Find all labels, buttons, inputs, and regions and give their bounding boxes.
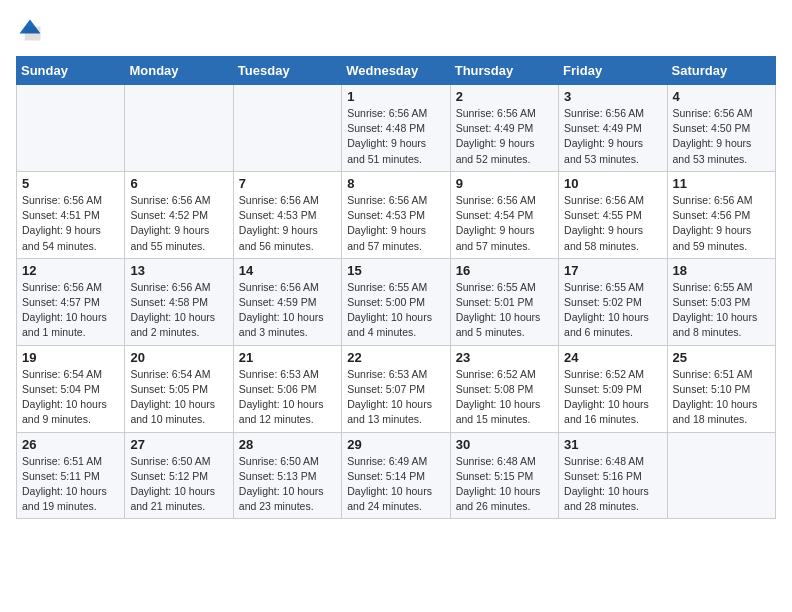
day-number: 20 — [130, 350, 227, 365]
calendar-cell: 15Sunrise: 6:55 AM Sunset: 5:00 PM Dayli… — [342, 258, 450, 345]
calendar-week-row: 19Sunrise: 6:54 AM Sunset: 5:04 PM Dayli… — [17, 345, 776, 432]
day-number: 15 — [347, 263, 444, 278]
day-number: 3 — [564, 89, 661, 104]
calendar-cell: 6Sunrise: 6:56 AM Sunset: 4:52 PM Daylig… — [125, 171, 233, 258]
calendar-cell: 17Sunrise: 6:55 AM Sunset: 5:02 PM Dayli… — [559, 258, 667, 345]
calendar-cell: 16Sunrise: 6:55 AM Sunset: 5:01 PM Dayli… — [450, 258, 558, 345]
day-number: 11 — [673, 176, 770, 191]
day-number: 27 — [130, 437, 227, 452]
calendar-cell: 29Sunrise: 6:49 AM Sunset: 5:14 PM Dayli… — [342, 432, 450, 519]
day-info: Sunrise: 6:50 AM Sunset: 5:12 PM Dayligh… — [130, 454, 227, 515]
calendar-cell: 4Sunrise: 6:56 AM Sunset: 4:50 PM Daylig… — [667, 85, 775, 172]
day-info: Sunrise: 6:52 AM Sunset: 5:09 PM Dayligh… — [564, 367, 661, 428]
calendar-week-row: 1Sunrise: 6:56 AM Sunset: 4:48 PM Daylig… — [17, 85, 776, 172]
calendar-cell: 3Sunrise: 6:56 AM Sunset: 4:49 PM Daylig… — [559, 85, 667, 172]
day-info: Sunrise: 6:56 AM Sunset: 4:52 PM Dayligh… — [130, 193, 227, 254]
calendar-cell: 12Sunrise: 6:56 AM Sunset: 4:57 PM Dayli… — [17, 258, 125, 345]
day-number: 10 — [564, 176, 661, 191]
weekday-header-wednesday: Wednesday — [342, 57, 450, 85]
day-info: Sunrise: 6:49 AM Sunset: 5:14 PM Dayligh… — [347, 454, 444, 515]
calendar-week-row: 26Sunrise: 6:51 AM Sunset: 5:11 PM Dayli… — [17, 432, 776, 519]
day-info: Sunrise: 6:48 AM Sunset: 5:15 PM Dayligh… — [456, 454, 553, 515]
day-info: Sunrise: 6:56 AM Sunset: 4:50 PM Dayligh… — [673, 106, 770, 167]
calendar-cell: 14Sunrise: 6:56 AM Sunset: 4:59 PM Dayli… — [233, 258, 341, 345]
calendar-cell: 26Sunrise: 6:51 AM Sunset: 5:11 PM Dayli… — [17, 432, 125, 519]
weekday-header-sunday: Sunday — [17, 57, 125, 85]
calendar-cell — [17, 85, 125, 172]
page-header — [16, 16, 776, 44]
calendar-cell: 31Sunrise: 6:48 AM Sunset: 5:16 PM Dayli… — [559, 432, 667, 519]
day-info: Sunrise: 6:56 AM Sunset: 4:48 PM Dayligh… — [347, 106, 444, 167]
day-info: Sunrise: 6:52 AM Sunset: 5:08 PM Dayligh… — [456, 367, 553, 428]
day-info: Sunrise: 6:48 AM Sunset: 5:16 PM Dayligh… — [564, 454, 661, 515]
calendar-cell: 30Sunrise: 6:48 AM Sunset: 5:15 PM Dayli… — [450, 432, 558, 519]
calendar-cell: 5Sunrise: 6:56 AM Sunset: 4:51 PM Daylig… — [17, 171, 125, 258]
calendar-cell: 7Sunrise: 6:56 AM Sunset: 4:53 PM Daylig… — [233, 171, 341, 258]
calendar-cell: 11Sunrise: 6:56 AM Sunset: 4:56 PM Dayli… — [667, 171, 775, 258]
calendar-cell — [667, 432, 775, 519]
day-number: 16 — [456, 263, 553, 278]
day-number: 6 — [130, 176, 227, 191]
day-number: 5 — [22, 176, 119, 191]
weekday-header-monday: Monday — [125, 57, 233, 85]
calendar-cell: 22Sunrise: 6:53 AM Sunset: 5:07 PM Dayli… — [342, 345, 450, 432]
day-info: Sunrise: 6:56 AM Sunset: 4:55 PM Dayligh… — [564, 193, 661, 254]
day-number: 13 — [130, 263, 227, 278]
logo — [16, 16, 48, 44]
day-number: 23 — [456, 350, 553, 365]
calendar-table: SundayMondayTuesdayWednesdayThursdayFrid… — [16, 56, 776, 519]
day-number: 8 — [347, 176, 444, 191]
calendar-cell: 10Sunrise: 6:56 AM Sunset: 4:55 PM Dayli… — [559, 171, 667, 258]
day-info: Sunrise: 6:56 AM Sunset: 4:59 PM Dayligh… — [239, 280, 336, 341]
day-number: 7 — [239, 176, 336, 191]
calendar-cell: 27Sunrise: 6:50 AM Sunset: 5:12 PM Dayli… — [125, 432, 233, 519]
day-info: Sunrise: 6:56 AM Sunset: 4:53 PM Dayligh… — [239, 193, 336, 254]
day-number: 25 — [673, 350, 770, 365]
calendar-cell: 20Sunrise: 6:54 AM Sunset: 5:05 PM Dayli… — [125, 345, 233, 432]
calendar-cell: 24Sunrise: 6:52 AM Sunset: 5:09 PM Dayli… — [559, 345, 667, 432]
day-info: Sunrise: 6:50 AM Sunset: 5:13 PM Dayligh… — [239, 454, 336, 515]
weekday-header-saturday: Saturday — [667, 57, 775, 85]
day-info: Sunrise: 6:55 AM Sunset: 5:02 PM Dayligh… — [564, 280, 661, 341]
calendar-cell: 21Sunrise: 6:53 AM Sunset: 5:06 PM Dayli… — [233, 345, 341, 432]
day-info: Sunrise: 6:56 AM Sunset: 4:49 PM Dayligh… — [564, 106, 661, 167]
calendar-cell: 28Sunrise: 6:50 AM Sunset: 5:13 PM Dayli… — [233, 432, 341, 519]
day-info: Sunrise: 6:54 AM Sunset: 5:04 PM Dayligh… — [22, 367, 119, 428]
day-info: Sunrise: 6:51 AM Sunset: 5:10 PM Dayligh… — [673, 367, 770, 428]
calendar-cell: 13Sunrise: 6:56 AM Sunset: 4:58 PM Dayli… — [125, 258, 233, 345]
calendar-cell: 1Sunrise: 6:56 AM Sunset: 4:48 PM Daylig… — [342, 85, 450, 172]
day-info: Sunrise: 6:56 AM Sunset: 4:49 PM Dayligh… — [456, 106, 553, 167]
calendar-cell — [125, 85, 233, 172]
weekday-header-thursday: Thursday — [450, 57, 558, 85]
day-number: 4 — [673, 89, 770, 104]
day-number: 22 — [347, 350, 444, 365]
calendar-cell: 25Sunrise: 6:51 AM Sunset: 5:10 PM Dayli… — [667, 345, 775, 432]
day-info: Sunrise: 6:55 AM Sunset: 5:01 PM Dayligh… — [456, 280, 553, 341]
calendar-week-row: 12Sunrise: 6:56 AM Sunset: 4:57 PM Dayli… — [17, 258, 776, 345]
day-info: Sunrise: 6:51 AM Sunset: 5:11 PM Dayligh… — [22, 454, 119, 515]
logo-icon — [16, 16, 44, 44]
day-number: 2 — [456, 89, 553, 104]
calendar-cell: 23Sunrise: 6:52 AM Sunset: 5:08 PM Dayli… — [450, 345, 558, 432]
day-number: 18 — [673, 263, 770, 278]
day-number: 9 — [456, 176, 553, 191]
calendar-cell: 9Sunrise: 6:56 AM Sunset: 4:54 PM Daylig… — [450, 171, 558, 258]
weekday-header-row: SundayMondayTuesdayWednesdayThursdayFrid… — [17, 57, 776, 85]
day-number: 24 — [564, 350, 661, 365]
calendar-week-row: 5Sunrise: 6:56 AM Sunset: 4:51 PM Daylig… — [17, 171, 776, 258]
day-info: Sunrise: 6:56 AM Sunset: 4:57 PM Dayligh… — [22, 280, 119, 341]
day-number: 30 — [456, 437, 553, 452]
day-info: Sunrise: 6:53 AM Sunset: 5:06 PM Dayligh… — [239, 367, 336, 428]
day-number: 26 — [22, 437, 119, 452]
day-info: Sunrise: 6:55 AM Sunset: 5:03 PM Dayligh… — [673, 280, 770, 341]
day-info: Sunrise: 6:53 AM Sunset: 5:07 PM Dayligh… — [347, 367, 444, 428]
day-number: 21 — [239, 350, 336, 365]
day-info: Sunrise: 6:56 AM Sunset: 4:54 PM Dayligh… — [456, 193, 553, 254]
calendar-cell: 2Sunrise: 6:56 AM Sunset: 4:49 PM Daylig… — [450, 85, 558, 172]
calendar-cell: 18Sunrise: 6:55 AM Sunset: 5:03 PM Dayli… — [667, 258, 775, 345]
weekday-header-tuesday: Tuesday — [233, 57, 341, 85]
day-number: 14 — [239, 263, 336, 278]
calendar-cell: 19Sunrise: 6:54 AM Sunset: 5:04 PM Dayli… — [17, 345, 125, 432]
day-number: 28 — [239, 437, 336, 452]
day-number: 19 — [22, 350, 119, 365]
